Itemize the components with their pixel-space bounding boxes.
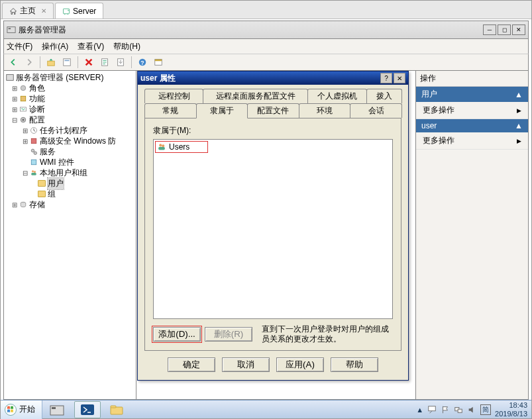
ok-button[interactable]: 确定 [168,357,215,372]
menu-action[interactable]: 操作(A) [42,41,68,52]
collapse-icon[interactable]: ⊟ [21,169,29,177]
tree-storage[interactable]: ⊞存储 [4,199,136,210]
tab-server-label: Server [73,7,96,16]
refresh-button[interactable] [98,56,111,69]
tab-home-label: 主页 [20,5,36,17]
browser-tab-strip: 主页 ✕ Server [1,1,531,19]
actions-panel: 操作 用户 ▲ 更多操作 ▶ user ▲ 更多操作 ▶ [415,71,528,399]
help-button[interactable]: ? [136,56,149,69]
add-button[interactable]: 添加(D)... [153,327,201,342]
tab-home[interactable]: 主页 ✕ [2,3,54,19]
tree-panel[interactable]: 服务器管理器 (SERVER) ⊞角色 ⊞功能 ⊞诊断 ⊟配置 ⊞任务计划程序 … [4,71,136,399]
svg-rect-0 [64,9,70,14]
start-button[interactable]: 开始 [1,400,42,419]
cancel-button[interactable]: 取消 [222,357,270,372]
actions-section-user[interactable]: user ▲ [416,119,528,132]
toolbar-extra-button[interactable] [152,56,165,69]
svg-rect-26 [31,173,36,175]
nav-fwd-button[interactable] [23,56,36,69]
tray-volume-icon[interactable] [467,405,476,414]
tree-roles[interactable]: ⊞角色 [4,83,136,93]
dialog-titlebar[interactable]: user 属性 ? ✕ [138,71,408,85]
export-button[interactable] [114,56,127,69]
svg-rect-13 [7,75,14,81]
maximize-button[interactable]: ◻ [498,24,511,35]
close-icon[interactable]: ✕ [41,7,46,15]
dialog-help-button[interactable]: ? [380,73,392,83]
svg-rect-30 [158,147,165,150]
apply-button[interactable]: 应用(A) [276,357,324,372]
group-icon [157,142,166,152]
tray-clock[interactable]: 18:43 2019/8/13 [495,401,527,417]
tab-personal-vm[interactable]: 个人虚拟机 [307,89,366,103]
member-item-label: Users [169,142,189,152]
tab-profile[interactable]: 配置文件 [247,103,299,118]
list-item[interactable]: Users [155,141,208,153]
actions-panel-title: 操作 [416,71,528,87]
server-icon [5,73,15,82]
actions-section-users[interactable]: 用户 ▲ [416,87,528,102]
expand-icon[interactable]: ⊞ [11,95,19,103]
collapse-icon[interactable]: ⊟ [11,116,19,124]
svg-rect-39 [458,409,462,412]
tray-network-icon[interactable] [454,405,463,414]
tree-lusrmgr[interactable]: ⊟本地用户和组 [4,167,136,178]
tree-diagnostics[interactable]: ⊞诊断 [4,104,136,115]
actions-more-users[interactable]: 更多操作 ▶ [416,102,528,119]
member-of-list[interactable]: Users [153,139,393,319]
nav-back-button[interactable] [7,56,20,69]
remove-button[interactable]: 删除(R) [205,327,252,342]
task-item-explorer[interactable] [103,401,130,418]
svg-point-18 [23,119,25,121]
sm-app-icon [7,25,16,34]
properties-dialog: user 属性 ? ✕ 远程控制 远程桌面服务配置文件 个人虚拟机 拨入 常规 … [137,71,409,381]
tray-flag-icon[interactable] [441,405,450,414]
task-item-server-manager[interactable] [45,401,72,418]
tree-wfas[interactable]: ⊞高级安全 Windows 防 [4,136,136,146]
tab-general[interactable]: 常规 [144,103,197,118]
dialog-close-button[interactable]: ✕ [394,73,405,83]
minimize-button[interactable]: ─ [483,24,496,35]
svg-rect-33 [52,407,56,409]
tray-ime-icon[interactable]: 简 [480,404,491,415]
tree-config[interactable]: ⊟配置 [4,115,136,125]
tree-users[interactable]: 用户 [4,178,136,189]
tree-features[interactable]: ⊞功能 [4,93,136,104]
help-button[interactable]: 帮助 [331,357,378,372]
menu-file[interactable]: 文件(F) [7,41,32,52]
tree-root[interactable]: 服务器管理器 (SERVER) [4,72,136,83]
tab-sessions[interactable]: 会话 [350,103,402,118]
menu-view[interactable]: 查看(V) [78,41,104,52]
delete-button[interactable] [82,56,95,69]
tab-dialin[interactable]: 拨入 [366,89,402,103]
tree-groups[interactable]: 组 [4,189,136,199]
expand-icon[interactable]: ⊞ [21,127,29,134]
tree-task-scheduler[interactable]: ⊞任务计划程序 [4,125,136,136]
storage-icon [19,200,28,209]
actions-more-user[interactable]: 更多操作 ▶ [416,132,528,150]
expand-icon[interactable]: ⊞ [11,106,19,113]
svg-rect-6 [65,60,70,62]
close-button[interactable]: ✕ [512,24,525,35]
task-item-powershell[interactable] [74,401,101,418]
tab-remote-control[interactable]: 远程控制 [144,89,203,103]
tab-rds-profile[interactable]: 远程桌面服务配置文件 [203,89,308,103]
expand-icon[interactable]: ⊞ [11,201,19,209]
svg-rect-5 [64,59,71,66]
properties-button[interactable] [60,56,74,69]
tab-member-of[interactable]: 隶属于 [196,103,248,118]
tree-wmi[interactable]: WMI 控件 [4,157,136,167]
up-button[interactable] [44,56,58,69]
clock-icon [29,126,38,135]
tab-server[interactable]: Server [55,3,103,19]
submenu-arrow-icon: ▶ [517,107,521,114]
menu-help[interactable]: 帮助(H) [113,41,140,52]
tree-services[interactable]: 服务 [4,146,136,157]
tab-environment[interactable]: 环境 [299,103,351,118]
expand-icon[interactable]: ⊞ [11,85,19,92]
svg-point-14 [21,85,26,91]
expand-icon[interactable]: ⊞ [21,138,29,145]
tray-date: 2019/8/13 [495,410,527,418]
tray-up-icon[interactable]: ▲ [416,406,423,414]
tray-action-center-icon[interactable] [427,405,437,414]
